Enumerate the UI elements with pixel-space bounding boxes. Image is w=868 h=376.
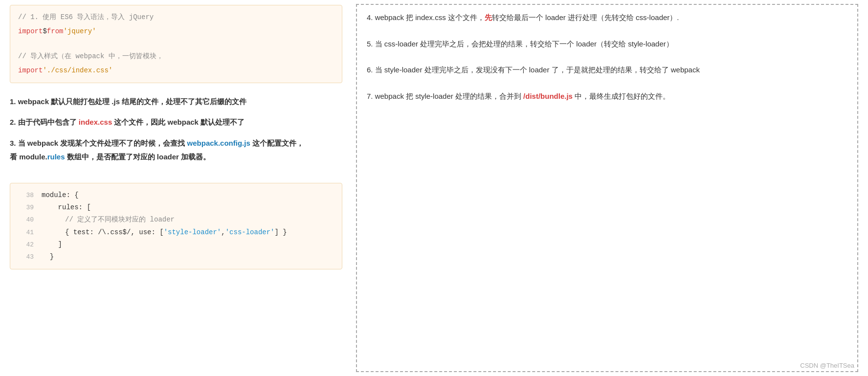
text-p2-prefix: 2. 由于代码中包含了	[10, 118, 79, 126]
line-num-42: 42	[18, 239, 34, 250]
text-p3-highlight: webpack.config.js	[187, 139, 250, 147]
right-panel: 4. webpack 把 index.css 这个文件，先转交给最后一个 loa…	[356, 4, 858, 372]
right-p4-prefix: 4. webpack 把 index.css 这个文件，	[367, 13, 485, 22]
code-38-content: module: {	[42, 189, 79, 201]
text-p3-rules-highlight: rules	[47, 153, 65, 161]
right-p6: 6. 当 style-loader 处理完毕之后，发现没有下一个 loader …	[367, 62, 847, 78]
code-41-comma: ,	[221, 226, 225, 239]
code-39-content: rules: [	[42, 201, 91, 214]
text-p3-line2-suffix: 数组中，是否配置了对应的 loader 加载器。	[65, 153, 211, 161]
code-41-prefix: { test: /\.css$/, use: [	[42, 226, 164, 239]
dollar-var: $	[43, 25, 46, 38]
right-p4-highlight: 先	[485, 13, 492, 22]
text-p2-highlight: index.css	[79, 118, 112, 126]
text-block: 1. webpack 默认只能打包处理 .js 结尾的文件，处理不了其它后缀的文…	[10, 92, 342, 174]
right-p4-suffix: 转交给最后一个 loader 进行处理（先转交给 css-loader）.	[492, 13, 679, 22]
text-p3-prefix: 3. 当 webpack 发现某个文件处理不了的时候，会查找	[10, 139, 187, 147]
line-num-43: 43	[18, 251, 34, 263]
import-path-1: 'jquery'	[63, 25, 96, 38]
from-keyword: from	[47, 25, 64, 38]
import-keyword-1: import	[18, 25, 43, 38]
code-line-43: 43 }	[18, 251, 334, 263]
code-41-s2: 'css-loader'	[225, 226, 275, 239]
code-line-40: 40 // 定义了不同模块对应的 loader	[18, 214, 334, 226]
import-path-2: './css/index.css'	[43, 65, 112, 77]
watermark: CSDN @TheITSea	[800, 362, 854, 369]
code-comment-1: // 1. 使用 ES6 导入语法，导入 jQuery	[18, 11, 154, 23]
code-40-comment: // 定义了不同模块对应的 loader	[42, 214, 175, 226]
text-p2: 2. 由于代码中包含了 index.css 这个文件，因此 webpack 默认…	[10, 115, 342, 130]
line-num-41: 41	[18, 227, 34, 238]
code-43-content: }	[42, 251, 54, 263]
text-p3-line2-prefix: 看 module.	[10, 153, 47, 161]
code-41-end: ] }	[275, 226, 287, 239]
text-p3-suffix: 这个配置文件，	[250, 139, 304, 147]
right-p5: 5. 当 css-loader 处理完毕之后，会把处理的结果，转交给下一个 lo…	[367, 36, 847, 52]
code-line-41: 41 { test: /\.css$/, use: ['style-loader…	[18, 226, 334, 239]
right-p7-suffix: 中，最终生成打包好的文件。	[573, 92, 670, 100]
import-keyword-2: import	[18, 65, 43, 77]
line-num-40: 40	[18, 214, 34, 225]
code-line-39: 39 rules: [	[18, 201, 334, 214]
text-p2-suffix: 这个文件，因此 webpack 默认处理不了	[112, 118, 245, 126]
code-block-1: // 1. 使用 ES6 导入语法，导入 jQuery import $ fro…	[10, 5, 342, 83]
left-panel: // 1. 使用 ES6 导入语法，导入 jQuery import $ fro…	[0, 0, 352, 376]
right-p4: 4. webpack 把 index.css 这个文件，先转交给最后一个 loa…	[367, 10, 847, 25]
right-p7-highlight: /dist/bundle.js	[523, 92, 573, 100]
code-comment-2: // 导入样式（在 webpack 中，一切皆模块，	[18, 50, 163, 63]
text-p3: 3. 当 webpack 发现某个文件处理不了的时候，会查找 webpack.c…	[10, 136, 342, 164]
right-p7-prefix: 7. webpack 把 style-loader 处理的结果，合并到	[367, 92, 523, 100]
code-42-content: ]	[42, 239, 62, 251]
text-p1: 1. webpack 默认只能打包处理 .js 结尾的文件，处理不了其它后缀的文…	[10, 95, 342, 109]
code-line-42: 42 ]	[18, 239, 334, 251]
right-p7: 7. webpack 把 style-loader 处理的结果，合并到 /dis…	[367, 88, 847, 104]
line-num-39: 39	[18, 202, 34, 213]
code-block-2: 38 module: { 39 rules: [ 40 // 定义了不同模块对应…	[10, 183, 342, 269]
right-text-block: 4. webpack 把 index.css 这个文件，先转交给最后一个 loa…	[367, 10, 847, 104]
line-num-38: 38	[18, 190, 34, 201]
code-line-38: 38 module: {	[18, 189, 334, 201]
code-41-s1: 'style-loader'	[164, 226, 222, 239]
